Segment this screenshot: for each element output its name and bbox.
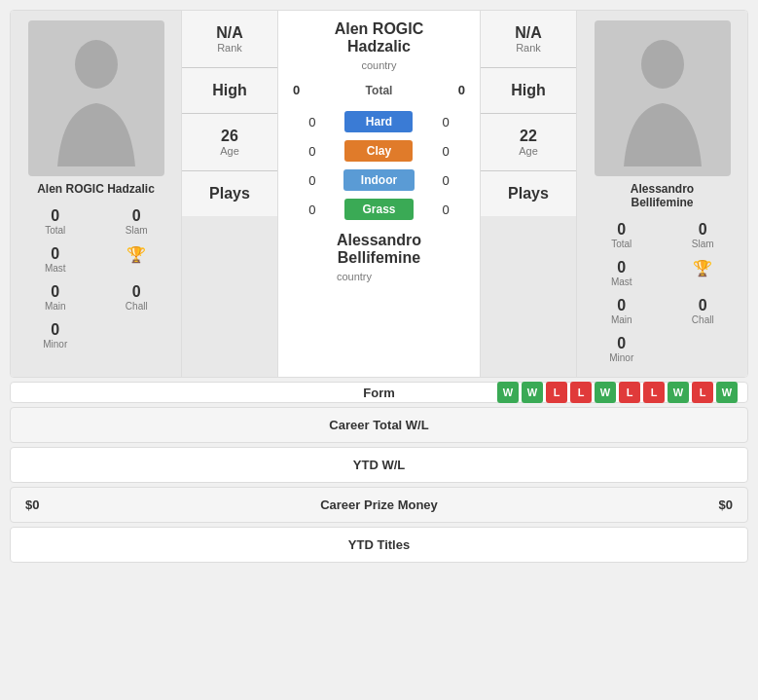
player2-plays-block: Plays xyxy=(481,171,576,216)
form-badge: L xyxy=(570,382,592,403)
player1-country: country xyxy=(361,59,396,71)
surface-label: Indoor xyxy=(343,169,415,191)
form-badge: L xyxy=(546,382,567,403)
player2-total-cell: 0 Total xyxy=(582,217,662,253)
player2-chall-value: 0 xyxy=(699,297,707,314)
player1-minor-value: 0 xyxy=(51,321,59,339)
player2-trophy-icon: 🏆 xyxy=(693,259,712,277)
player2-high-value: High xyxy=(511,82,546,99)
player1-chall-cell: 0 Chall xyxy=(97,279,177,315)
ytd-wl-row: YTD W/L xyxy=(10,447,748,483)
surface-label: Grass xyxy=(344,199,413,220)
player2-minor-value: 0 xyxy=(617,335,626,352)
player2-age-value: 22 xyxy=(520,128,537,145)
player2-minor-label: Minor xyxy=(609,352,633,363)
player1-chall-value: 0 xyxy=(132,283,141,301)
player1-mast-cell: 0 Mast xyxy=(16,241,95,277)
player1-age-label: Age xyxy=(220,145,239,157)
center-panel: Alen ROGIC Hadzalic country 0 Total 0 0 … xyxy=(278,11,480,377)
surface-right-score: 0 xyxy=(416,166,475,195)
svg-point-0 xyxy=(75,40,118,89)
player1-high-value: High xyxy=(212,82,247,99)
surface-right-score: 0 xyxy=(416,195,475,224)
player1-age-value: 26 xyxy=(221,128,238,145)
form-badge: W xyxy=(522,382,543,403)
form-badges-container: WWLLWLLWLW xyxy=(497,382,738,403)
player2-age-block: 22 Age xyxy=(481,114,576,171)
player2-total-value: 0 xyxy=(617,221,626,239)
player1-plays-value: Plays xyxy=(209,185,250,203)
total-center-label: Total xyxy=(366,84,393,97)
player1-panel: Alen ROGIC Hadzalic 0 Total 0 Slam 0 Mas… xyxy=(11,11,181,377)
player1-high-block: High xyxy=(182,68,277,114)
player1-total-label: Total xyxy=(45,225,65,236)
player1-chall-label: Chall xyxy=(126,301,148,312)
player2-chall-cell: 0 Chall xyxy=(664,293,743,329)
form-badge: L xyxy=(692,382,713,403)
surface-row: 0 Grass 0 xyxy=(283,195,475,224)
player2-total-label: Total xyxy=(611,239,632,249)
surface-row: 0 Hard 0 xyxy=(283,107,475,136)
surface-right-score: 0 xyxy=(416,107,475,136)
player1-name-top: Alen ROGIC Hadzalic xyxy=(335,20,424,55)
surface-button-cell: Hard xyxy=(342,107,416,136)
ytd-titles-label: YTD Titles xyxy=(348,537,410,552)
form-badge: W xyxy=(595,382,616,403)
player2-mast-value: 0 xyxy=(617,259,626,276)
player2-avatar xyxy=(595,20,731,176)
surface-row: 0 Indoor 0 xyxy=(283,166,475,195)
player2-age-label: Age xyxy=(519,145,538,157)
player2-rank-block: N/A Rank xyxy=(481,11,576,68)
form-label: Form xyxy=(363,386,395,400)
career-wl-row: Career Total W/L xyxy=(10,407,748,443)
player1-rank-label: Rank xyxy=(217,42,242,54)
player2-plays-value: Plays xyxy=(508,185,549,203)
player1-total-value: 0 xyxy=(51,207,59,225)
surface-button-cell: Indoor xyxy=(342,166,416,195)
surface-label: Clay xyxy=(344,140,413,162)
player2-name: Alessandro Bellifemine xyxy=(631,182,694,209)
career-prize-left: $0 xyxy=(25,497,39,512)
player1-main-label: Main xyxy=(45,301,66,312)
player2-stats-grid: 0 Total 0 Slam 0 Mast 🏆 0 Main xyxy=(582,217,742,367)
player1-slam-label: Slam xyxy=(126,225,148,236)
player1-age-block: 26 Age xyxy=(182,114,277,171)
player1-trophy-cell: 🏆 xyxy=(97,241,177,277)
form-badge: L xyxy=(619,382,640,403)
player1-minor-label: Minor xyxy=(43,339,67,350)
player2-mast-label: Mast xyxy=(611,276,632,287)
player1-mast-label: Mast xyxy=(45,263,66,274)
surface-left-score: 0 xyxy=(283,136,342,166)
player1-side-stats: N/A Rank High 26 Age Plays xyxy=(181,11,278,377)
form-row: Form WWLLWLLWLW xyxy=(10,382,748,403)
player2-chall-label: Chall xyxy=(692,314,714,325)
player2-trophy-cell: 🏆 xyxy=(664,255,743,291)
player2-side-stats: N/A Rank High 22 Age Plays xyxy=(480,11,577,377)
surface-label: Hard xyxy=(344,111,413,132)
player1-main-value: 0 xyxy=(51,283,59,301)
player1-rank-block: N/A Rank xyxy=(182,11,277,68)
form-badge: W xyxy=(668,382,689,403)
player1-name: Alen ROGIC Hadzalic xyxy=(37,182,155,196)
form-badge: W xyxy=(716,382,738,403)
career-prize-row: $0 Career Prize Money $0 xyxy=(10,487,748,523)
player1-mast-value: 0 xyxy=(51,245,59,263)
player1-minor-cell: 0 Minor xyxy=(16,317,95,353)
surface-row: 0 Clay 0 xyxy=(283,136,475,166)
ytd-titles-row: YTD Titles xyxy=(10,527,748,563)
form-badge: L xyxy=(643,382,665,403)
player2-panel: Alessandro Bellifemine 0 Total 0 Slam 0 … xyxy=(577,11,747,377)
surface-left-score: 0 xyxy=(283,166,342,195)
player1-plays-block: Plays xyxy=(182,171,277,216)
player2-rank-value: N/A xyxy=(515,24,542,42)
player2-mast-cell: 0 Mast xyxy=(582,255,662,291)
surface-left-score: 0 xyxy=(283,195,342,224)
player2-country-center: country xyxy=(337,271,421,282)
player1-stats-grid: 0 Total 0 Slam 0 Mast 🏆 0 Main xyxy=(16,203,176,353)
player2-minor-cell: 0 Minor xyxy=(582,331,662,367)
player1-rank-value: N/A xyxy=(216,24,243,42)
player2-slam-cell: 0 Slam xyxy=(664,217,743,253)
total-row: 0 Total 0 xyxy=(283,77,475,103)
career-prize-label: Career Prize Money xyxy=(320,497,438,512)
surface-button-cell: Clay xyxy=(342,136,416,166)
